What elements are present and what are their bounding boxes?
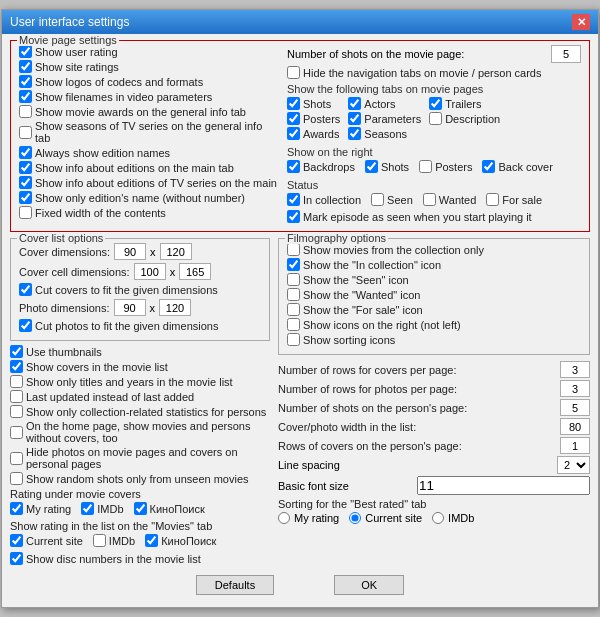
checkbox-show-covers[interactable] xyxy=(10,360,23,373)
checkbox-home-page[interactable] xyxy=(10,426,23,439)
photo-width-input[interactable] xyxy=(114,299,146,316)
filmography-section-label: Filmography options xyxy=(285,232,388,244)
checkbox-hide-nav[interactable] xyxy=(287,66,300,79)
check-tab-trailers: Trailers xyxy=(429,97,500,110)
check-last-updated: Last updated instead of last added xyxy=(10,390,270,403)
checkbox-film-forsale[interactable] xyxy=(287,303,300,316)
shots-person-input[interactable] xyxy=(560,399,590,416)
checkbox-film-wanted[interactable] xyxy=(287,288,300,301)
checkbox-under-kinopoisk[interactable] xyxy=(134,502,147,515)
filmography-numbers-col: Filmography options Show movies from the… xyxy=(278,238,590,567)
checkbox-film-sorting[interactable] xyxy=(287,333,300,346)
cover-width-input[interactable] xyxy=(114,243,146,260)
checkbox-disc-numbers[interactable] xyxy=(10,552,23,565)
label-film-seen: Show the "Seen" icon xyxy=(303,274,409,286)
checkbox-cut-photos[interactable] xyxy=(19,319,32,332)
checkbox-show-awards[interactable] xyxy=(19,105,32,118)
checkbox-tab-actors[interactable] xyxy=(348,97,361,110)
checkbox-tab-awards[interactable] xyxy=(287,127,300,140)
check-list-current: Current site xyxy=(10,534,83,547)
checkbox-film-icons-right[interactable] xyxy=(287,318,300,331)
ok-button[interactable]: OK xyxy=(334,575,404,595)
defaults-button[interactable]: Defaults xyxy=(196,575,274,595)
label-show-seasons: Show seasons of TV series on the general… xyxy=(35,120,279,144)
rows-person-input[interactable] xyxy=(560,437,590,454)
checkbox-show-info-main[interactable] xyxy=(19,161,32,174)
checkbox-right-shots[interactable] xyxy=(365,160,378,173)
checkbox-list-current[interactable] xyxy=(10,534,23,547)
checkbox-show-user-rating[interactable] xyxy=(19,45,32,58)
checkbox-tab-posters[interactable] xyxy=(287,112,300,125)
checkbox-random-shots[interactable] xyxy=(10,472,23,485)
label-random-shots: Show random shots only from unseen movie… xyxy=(26,473,249,485)
checkbox-right-posters[interactable] xyxy=(419,160,432,173)
rating-under-checks: My rating IMDb КиноПоиск xyxy=(10,502,270,517)
shots-num-input[interactable] xyxy=(551,45,581,63)
checkbox-list-imdb[interactable] xyxy=(93,534,106,547)
checkbox-right-backdrops[interactable] xyxy=(287,160,300,173)
check-show-site-ratings: Show site ratings xyxy=(19,60,279,73)
check-random-shots: Show random shots only from unseen movie… xyxy=(10,472,270,485)
checkbox-film-incollection[interactable] xyxy=(287,258,300,271)
checkbox-status-collection[interactable] xyxy=(287,193,300,206)
checkbox-right-backcover[interactable] xyxy=(482,160,495,173)
checkbox-tab-shots[interactable] xyxy=(287,97,300,110)
line-spacing-select[interactable]: 2 1 3 xyxy=(557,456,590,474)
cover-height-input[interactable] xyxy=(160,243,192,260)
label-show-filenames: Show filenames in video parameters xyxy=(35,91,212,103)
checkbox-use-thumbnails[interactable] xyxy=(10,345,23,358)
covers-per-page-input[interactable] xyxy=(560,361,590,378)
checkbox-mark-episode[interactable] xyxy=(287,210,300,223)
checkbox-film-collection-only[interactable] xyxy=(287,243,300,256)
label-under-imdb: IMDb xyxy=(97,503,123,515)
photos-per-page-input[interactable] xyxy=(560,380,590,397)
close-button[interactable]: ✕ xyxy=(572,14,590,30)
rows-person-row: Rows of covers on the person's page: xyxy=(278,437,590,454)
checkbox-cut-covers[interactable] xyxy=(19,283,32,296)
checkbox-show-logos[interactable] xyxy=(19,75,32,88)
checkbox-status-forsale[interactable] xyxy=(486,193,499,206)
radio-sort-imdb[interactable] xyxy=(432,512,444,524)
cover-cell-height-input[interactable] xyxy=(179,263,211,280)
checkbox-show-site-ratings[interactable] xyxy=(19,60,32,73)
checkbox-fixed-width[interactable] xyxy=(19,206,32,219)
checkbox-show-edition-names[interactable] xyxy=(19,146,32,159)
font-size-input[interactable] xyxy=(417,476,590,495)
checkbox-show-seasons[interactable] xyxy=(19,126,32,139)
checkbox-tab-description[interactable] xyxy=(429,112,442,125)
check-tab-parameters: Parameters xyxy=(348,112,421,125)
label-list-imdb: IMDb xyxy=(109,535,135,547)
checkbox-tab-parameters[interactable] xyxy=(348,112,361,125)
checkbox-show-filenames[interactable] xyxy=(19,90,32,103)
cover-dim-row: Cover dimensions: x xyxy=(19,243,261,260)
label-tab-actors: Actors xyxy=(364,98,395,110)
checkbox-tab-seasons[interactable] xyxy=(348,127,361,140)
cover-width-list-input[interactable] xyxy=(560,418,590,435)
checkbox-last-updated[interactable] xyxy=(10,390,23,403)
checkbox-tab-trailers[interactable] xyxy=(429,97,442,110)
check-show-info-main: Show info about editions on the main tab xyxy=(19,161,279,174)
label-mark-episode: Mark episode as seen when you start play… xyxy=(303,211,532,223)
cover-cell-width-input[interactable] xyxy=(134,263,166,280)
checkbox-under-myrating[interactable] xyxy=(10,502,23,515)
checkbox-under-imdb[interactable] xyxy=(81,502,94,515)
checkbox-show-only-name[interactable] xyxy=(19,191,32,204)
radio-sort-my-rating[interactable] xyxy=(278,512,290,524)
checkbox-hide-photos[interactable] xyxy=(10,452,23,465)
check-show-covers: Show covers in the movie list xyxy=(10,360,270,373)
radio-sort-current-site[interactable] xyxy=(349,512,361,524)
shots-num-label: Number of shots on the movie page: xyxy=(287,48,464,60)
checkbox-status-seen[interactable] xyxy=(371,193,384,206)
checkbox-status-wanted[interactable] xyxy=(423,193,436,206)
x-sep-1: x xyxy=(150,246,156,258)
label-collection-stats: Show only collection-related statistics … xyxy=(26,406,266,418)
photo-height-input[interactable] xyxy=(159,299,191,316)
checkbox-only-titles[interactable] xyxy=(10,375,23,388)
checkbox-show-info-tv[interactable] xyxy=(19,176,32,189)
checkbox-list-kinopoisk[interactable] xyxy=(145,534,158,547)
checkbox-collection-stats[interactable] xyxy=(10,405,23,418)
photos-per-page-row: Number of rows for photos per page: xyxy=(278,380,590,397)
label-only-titles: Show only titles and years in the movie … xyxy=(26,376,233,388)
checkbox-film-seen[interactable] xyxy=(287,273,300,286)
check-cut-covers: Cut covers to fit the given dimensions xyxy=(19,283,261,296)
